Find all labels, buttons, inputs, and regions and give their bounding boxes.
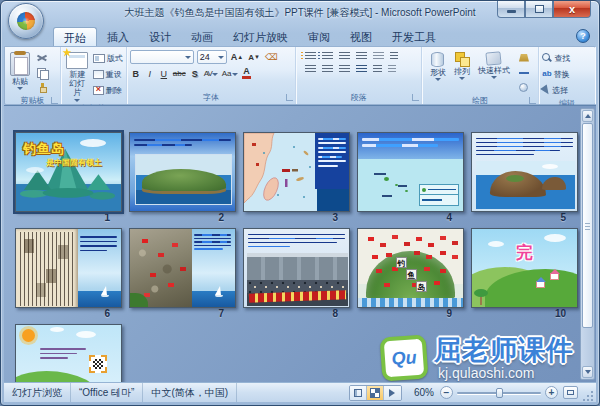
- dropdown-caret-icon: [435, 78, 441, 81]
- cut-button[interactable]: [34, 51, 50, 64]
- tab-design[interactable]: 设计: [139, 27, 181, 46]
- line-spacing-button[interactable]: [373, 52, 384, 61]
- help-icon[interactable]: ?: [576, 29, 590, 43]
- dropdown-caret-icon: [17, 87, 23, 90]
- slide-thumbnail-11[interactable]: [15, 324, 122, 382]
- tab-home[interactable]: 开始: [53, 27, 97, 46]
- watermark-url: kj.qulaoshi.com: [434, 366, 574, 380]
- replace-button[interactable]: ab替换: [542, 67, 592, 81]
- island: [142, 169, 226, 191]
- slide-thumbnail-4[interactable]: [357, 132, 464, 212]
- increase-indent-button[interactable]: [356, 52, 367, 61]
- find-button[interactable]: 查找: [542, 51, 592, 65]
- reset-button[interactable]: 重设: [93, 67, 123, 81]
- view-buttons: [349, 385, 402, 401]
- shape-fill-button[interactable]: [516, 51, 532, 64]
- decrease-font-button[interactable]: A▼: [247, 51, 261, 64]
- window-controls: x: [497, 1, 591, 18]
- end-text: 完: [516, 241, 533, 264]
- slideshow-view-button[interactable]: [384, 386, 401, 400]
- slide-thumbnail-7[interactable]: [129, 228, 236, 308]
- zoom-out-button[interactable]: −: [440, 386, 453, 399]
- italic-button[interactable]: I: [144, 67, 156, 80]
- bullets-button[interactable]: [305, 52, 316, 61]
- normal-view-button[interactable]: [350, 386, 367, 400]
- tab-animations[interactable]: 动画: [181, 27, 223, 46]
- align-right-button[interactable]: [339, 65, 350, 74]
- scroll-up-button[interactable]: [582, 110, 593, 122]
- slide-thumbnail-3[interactable]: [243, 132, 350, 212]
- find-icon: [542, 53, 552, 63]
- drawn-sea: [358, 298, 463, 307]
- zoom-slider[interactable]: [457, 386, 541, 399]
- decrease-indent-button[interactable]: [339, 52, 350, 61]
- zoom-level[interactable]: 60%: [414, 387, 434, 398]
- smartart-button[interactable]: [388, 65, 396, 74]
- dialog-launcher-icon[interactable]: [529, 97, 536, 104]
- office-button[interactable]: [8, 3, 44, 39]
- watermark: Qu 屈老师课件 kj.qulaoshi.com: [381, 336, 574, 380]
- shadow-button[interactable]: S: [189, 67, 201, 80]
- numbering-button[interactable]: [322, 52, 333, 61]
- scrollbar-thumb[interactable]: [582, 123, 593, 328]
- paste-button[interactable]: 粘贴: [8, 50, 32, 94]
- tab-insert[interactable]: 插入: [97, 27, 139, 46]
- vegetation: [130, 293, 148, 308]
- slide-thumbnail-5[interactable]: [471, 132, 578, 212]
- slide-thumbnail-10[interactable]: 完: [471, 228, 578, 308]
- minimize-button[interactable]: [497, 1, 525, 18]
- tab-slideshow[interactable]: 幻灯片放映: [223, 27, 298, 46]
- delete-button[interactable]: 删除: [93, 83, 123, 97]
- cloud: [26, 167, 44, 173]
- tab-review[interactable]: 审阅: [298, 27, 340, 46]
- close-icon: x: [569, 4, 575, 15]
- arrow-up-icon: [585, 114, 591, 118]
- slide-thumbnail-6[interactable]: [15, 228, 122, 308]
- slide-thumbnail-9[interactable]: 钓 鱼 岛: [357, 228, 464, 308]
- format-painter-button[interactable]: [34, 81, 50, 94]
- copy-button[interactable]: [34, 66, 50, 79]
- tab-developer[interactable]: 开发工具: [382, 27, 446, 46]
- select-button[interactable]: 选择: [542, 83, 592, 97]
- vertical-scrollbar[interactable]: [580, 108, 595, 380]
- slide-number: 4: [357, 212, 464, 224]
- resize-grip[interactable]: [582, 390, 594, 402]
- font-size-combo[interactable]: 24: [197, 50, 227, 64]
- text-direction-button[interactable]: [390, 52, 398, 61]
- scroll-down-button[interactable]: [582, 366, 593, 378]
- align-left-button[interactable]: [305, 65, 316, 74]
- dialog-launcher-icon[interactable]: [412, 94, 419, 101]
- slide-thumbnail-1[interactable]: 钓鱼岛 是中国固有领土: [15, 132, 122, 212]
- fit-to-window-button[interactable]: [563, 386, 578, 399]
- font-color-button[interactable]: A: [241, 67, 253, 80]
- shape-outline-button[interactable]: [516, 66, 532, 79]
- underline-button[interactable]: U: [158, 67, 170, 80]
- layout-button[interactable]: 版式: [93, 51, 123, 65]
- shapes-button[interactable]: 形状: [428, 50, 448, 94]
- new-slide-button[interactable]: 新建幻灯片: [64, 50, 91, 102]
- change-case-button[interactable]: Aa: [221, 67, 239, 80]
- character-spacing-button[interactable]: AV: [203, 67, 219, 80]
- clear-formatting-button[interactable]: ⌫: [264, 51, 279, 64]
- columns-button[interactable]: [373, 65, 382, 74]
- slide-thumbnail-8[interactable]: [243, 228, 350, 308]
- strikethrough-button[interactable]: abc: [172, 67, 187, 80]
- slide-sorter-view-button[interactable]: [367, 386, 384, 400]
- increase-font-button[interactable]: A▲: [230, 51, 244, 64]
- justify-button[interactable]: [356, 65, 367, 74]
- align-center-button[interactable]: [322, 65, 333, 74]
- font-name-combo[interactable]: [130, 50, 194, 64]
- dialog-launcher-icon[interactable]: [51, 97, 58, 104]
- shape-effects-button[interactable]: [516, 81, 532, 94]
- window-title: 大班主题《钓鱼岛是中国固有领土》PPT课件 [兼容模式] - Microsoft…: [111, 6, 489, 20]
- tab-view[interactable]: 视图: [340, 27, 382, 46]
- dialog-launcher-icon[interactable]: [286, 94, 293, 101]
- arrange-button[interactable]: 排列: [452, 50, 472, 94]
- quick-styles-button[interactable]: 快速样式: [476, 50, 512, 94]
- bold-button[interactable]: B: [130, 67, 142, 80]
- close-button[interactable]: x: [553, 1, 591, 18]
- slide-thumbnail-2[interactable]: [129, 132, 236, 212]
- zoom-in-button[interactable]: +: [545, 386, 558, 399]
- slider-thumb[interactable]: [496, 388, 503, 398]
- maximize-button[interactable]: [525, 1, 553, 18]
